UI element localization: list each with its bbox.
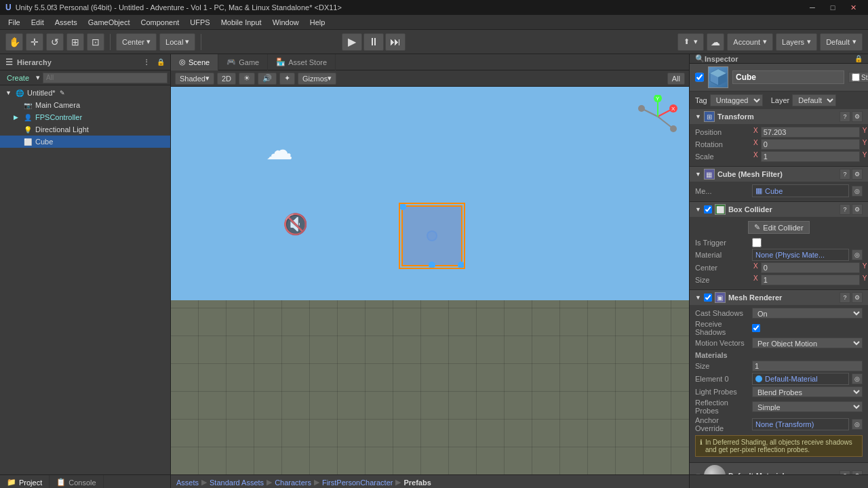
layers-dropdown[interactable]: Layers ▾ xyxy=(776,33,817,51)
mesh-renderer-info-button[interactable]: ? xyxy=(840,292,850,303)
collab-button[interactable]: ⬆ ▾ xyxy=(677,33,704,51)
materials-size-input[interactable] xyxy=(752,361,863,371)
pivot-center-button[interactable]: Center ▾ xyxy=(116,33,157,51)
object-name-input[interactable] xyxy=(732,70,844,84)
inspector-lock-icon[interactable]: 🔒 xyxy=(854,55,863,62)
center-x-input[interactable] xyxy=(761,262,860,273)
tool-scale[interactable]: ⊞ xyxy=(66,33,84,51)
tag-dropdown[interactable]: Untagged xyxy=(710,94,763,106)
receive-shadows-checkbox[interactable] xyxy=(752,324,760,332)
hierarchy-item-cube[interactable]: ⬜ Cube xyxy=(0,136,170,148)
box-collider-info-button[interactable]: ? xyxy=(840,204,850,215)
rotation-x-input[interactable] xyxy=(761,139,860,150)
default-material-settings-button[interactable]: ⚙ xyxy=(852,470,863,474)
hierarchy-lock-icon[interactable]: 🔒 xyxy=(157,58,165,66)
maximize-button[interactable]: □ xyxy=(823,0,842,15)
mesh-renderer-settings-button[interactable]: ⚙ xyxy=(852,292,863,303)
element0-picker-button[interactable]: ◎ xyxy=(852,373,863,384)
search-all-dropdown[interactable]: All xyxy=(667,73,685,85)
step-button[interactable]: ⏭ xyxy=(385,33,406,51)
layout-dropdown[interactable]: Default ▾ xyxy=(820,33,863,51)
tool-move[interactable]: ✛ xyxy=(26,33,43,51)
effects-button[interactable]: ✦ xyxy=(279,73,295,85)
minimize-button[interactable]: ─ xyxy=(803,0,822,15)
static-dropdown[interactable]: Static ▾ xyxy=(848,72,868,83)
anchor-override-ref[interactable]: None (Transform) xyxy=(752,418,849,430)
motion-vectors-dropdown[interactable]: Per Object Motion xyxy=(752,338,863,348)
account-dropdown[interactable]: Account ▾ xyxy=(727,33,773,51)
mesh-renderer-header[interactable]: ▼ ▣ Mesh Renderer ? ⚙ xyxy=(690,290,868,305)
box-collider-enabled-checkbox[interactable] xyxy=(704,205,712,214)
space-local-button[interactable]: Local ▾ xyxy=(159,33,195,51)
breadcrumb-characters[interactable]: Characters xyxy=(275,479,311,487)
menu-edit[interactable]: Edit xyxy=(26,17,50,28)
layer-dropdown[interactable]: Default xyxy=(792,94,836,106)
hierarchy-create-button[interactable]: Create xyxy=(3,73,33,83)
tab-game[interactable]: 🎮 Game xyxy=(218,54,268,70)
selection-handle-br[interactable] xyxy=(458,262,465,268)
menu-gameobject[interactable]: GameObject xyxy=(83,17,136,28)
breadcrumb-firstpersoncharacter[interactable]: FirstPersonCharacter xyxy=(322,479,393,487)
tool-rotate[interactable]: ↺ xyxy=(46,33,64,51)
box-collider-settings-button[interactable]: ⚙ xyxy=(852,204,863,215)
static-checkbox[interactable] xyxy=(852,73,860,81)
is-trigger-checkbox[interactable] xyxy=(752,238,762,247)
tab-assetstore[interactable]: 🏪 Asset Store xyxy=(268,54,336,70)
menu-component[interactable]: Component xyxy=(135,17,184,28)
element0-ref[interactable]: Default-Material xyxy=(752,373,849,385)
close-button[interactable]: ✕ xyxy=(844,0,863,15)
hierarchy-item-directionallight[interactable]: 💡 Directional Light xyxy=(0,123,170,136)
mesh-value-ref[interactable]: ▦ Cube xyxy=(752,184,849,197)
edit-collider-button[interactable]: ✎ Edit Collider xyxy=(748,221,809,234)
shading-dropdown[interactable]: Shaded ▾ xyxy=(175,73,214,85)
mesh-filter-settings-button[interactable]: ⚙ xyxy=(852,169,863,180)
scene-cube-object[interactable] xyxy=(401,205,462,266)
hierarchy-item-untitled[interactable]: ▼ 🌐 Untitled* ✎ xyxy=(0,87,170,99)
transform-header[interactable]: ▼ ⊞ Transform ? ⚙ xyxy=(690,109,868,124)
collider-material-picker-button[interactable]: ◎ xyxy=(852,249,863,260)
audio-button[interactable]: 🔊 xyxy=(258,73,277,85)
hierarchy-item-maincamera[interactable]: 📷 Main Camera xyxy=(0,99,170,111)
anchor-override-picker-button[interactable]: ◎ xyxy=(852,419,863,430)
mesh-picker-button[interactable]: ◎ xyxy=(852,186,863,197)
pause-button[interactable]: ⏸ xyxy=(363,33,384,51)
menu-assets[interactable]: Assets xyxy=(50,17,83,28)
2d-toggle[interactable]: 2D xyxy=(217,73,236,85)
light-probes-dropdown[interactable]: Blend Probes xyxy=(752,386,863,397)
lighting-button[interactable]: ☀ xyxy=(239,73,255,85)
mesh-renderer-enabled-checkbox[interactable] xyxy=(704,293,712,302)
object-active-checkbox[interactable] xyxy=(695,73,704,82)
tab-console[interactable]: 📋 Console xyxy=(50,475,103,488)
mesh-filter-info-button[interactable]: ? xyxy=(840,169,850,180)
titlebar-controls[interactable]: ─ □ ✕ xyxy=(803,0,863,15)
tab-project[interactable]: 📁 Project xyxy=(0,475,50,488)
tab-scene[interactable]: ◎ Scene xyxy=(171,54,218,70)
hierarchy-item-fpscontroller[interactable]: ▶ 👤 FPSController xyxy=(0,111,170,123)
hierarchy-menu-icon[interactable]: ⋮ xyxy=(143,58,150,66)
reflection-probes-dropdown[interactable]: Simple xyxy=(752,401,863,412)
breadcrumb-standard-assets[interactable]: Standard Assets xyxy=(210,479,264,487)
scale-x-input[interactable] xyxy=(761,151,860,162)
menu-file[interactable]: File xyxy=(3,17,26,28)
transform-settings-button[interactable]: ⚙ xyxy=(852,111,863,122)
breadcrumb-assets[interactable]: Assets xyxy=(176,479,199,487)
collider-material-ref[interactable]: None (Physic Mate... xyxy=(752,249,849,261)
transform-info-button[interactable]: ? xyxy=(840,111,850,122)
box-collider-header[interactable]: ▼ ⬜ Box Collider ? ⚙ xyxy=(690,202,868,217)
collider-size-x-input[interactable] xyxy=(761,274,860,285)
cast-shadows-dropdown[interactable]: On xyxy=(752,308,863,319)
tool-hand[interactable]: ✋ xyxy=(5,33,23,51)
menu-mobile-input[interactable]: Mobile Input xyxy=(216,17,267,28)
menu-help[interactable]: Help xyxy=(304,17,331,28)
selection-handle-tl[interactable] xyxy=(399,203,406,210)
menu-ufps[interactable]: UFPS xyxy=(184,17,215,28)
selection-handle-bc[interactable] xyxy=(429,262,435,268)
scene-viewport[interactable]: ☁ 🔇 X xyxy=(171,87,689,474)
play-button[interactable]: ▶ xyxy=(342,33,362,51)
default-material-header[interactable]: ▼ Default-Material ? ⚙ xyxy=(690,463,868,474)
hierarchy-search-input[interactable] xyxy=(43,73,167,83)
mesh-filter-header[interactable]: ▼ ▦ Cube (Mesh Filter) ? ⚙ xyxy=(690,167,868,182)
tool-rect[interactable]: ⊡ xyxy=(87,33,104,51)
menu-window[interactable]: Window xyxy=(267,17,304,28)
default-material-info-button[interactable]: ? xyxy=(840,470,850,474)
